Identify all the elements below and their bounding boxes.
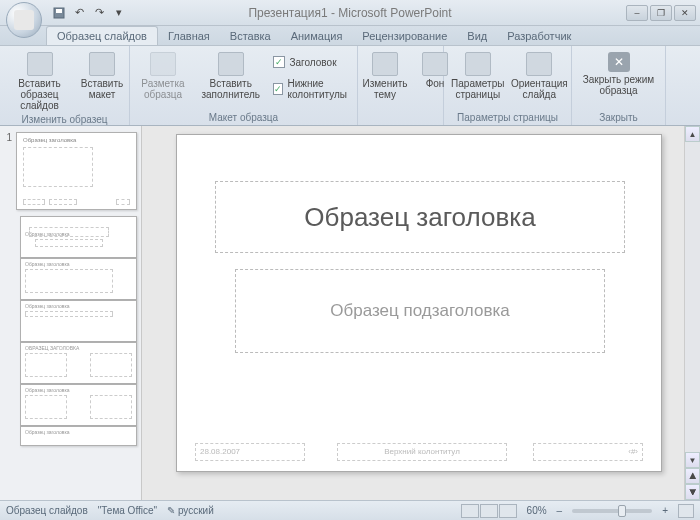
group-label-page-setup: Параметры страницы [448, 111, 567, 125]
redo-button[interactable]: ↷ [90, 4, 108, 22]
layout-thumbnail[interactable]: Образец заголовка [20, 426, 137, 446]
close-icon: ✕ [608, 52, 630, 72]
insert-placeholder-button[interactable]: Вставить заполнитель [196, 50, 266, 102]
minimize-button[interactable]: – [626, 5, 648, 21]
checkbox-checked-icon: ✓ [273, 83, 283, 95]
slideshow-view-button[interactable] [499, 504, 517, 518]
fit-window-button[interactable] [678, 504, 694, 518]
date-placeholder[interactable]: 28.08.2007 [195, 443, 305, 461]
footers-checkbox[interactable]: ✓ Нижние колонтитулы [269, 76, 353, 102]
page-setup-button[interactable]: Параметры страницы [448, 50, 508, 102]
layout-icon [89, 52, 115, 76]
title-placeholder[interactable]: Образец заголовка [215, 181, 625, 253]
sorter-view-button[interactable] [480, 504, 498, 518]
status-bar: Образец слайдов "Тема Office" ✎ русский … [0, 500, 700, 520]
ribbon: Вставить образец слайдов Вставить макет … [0, 46, 700, 126]
footer-placeholder[interactable]: Верхний колонтитул [337, 443, 507, 461]
tab-animation[interactable]: Анимация [281, 27, 353, 45]
quick-access-toolbar: ↶ ↷ ▾ [50, 4, 128, 22]
view-buttons [461, 504, 517, 518]
restore-button[interactable]: ❐ [650, 5, 672, 21]
tab-slide-master[interactable]: Образец слайдов [46, 26, 158, 45]
tab-review[interactable]: Рецензирование [352, 27, 457, 45]
scroll-up-button[interactable]: ▲ [685, 126, 700, 142]
status-theme: "Тема Office" [98, 505, 157, 516]
tab-home[interactable]: Главная [158, 27, 220, 45]
ribbon-tabs: Образец слайдов Главная Вставка Анимация… [0, 26, 700, 46]
office-button[interactable] [6, 2, 42, 38]
master-layout-icon [150, 52, 176, 76]
slidenum-placeholder[interactable]: ‹#› [533, 443, 643, 461]
page-setup-icon [465, 52, 491, 76]
qat-dropdown[interactable]: ▾ [110, 4, 128, 22]
layout-thumbnail[interactable]: Образец заголовка [20, 216, 137, 258]
undo-button[interactable]: ↶ [70, 4, 88, 22]
subtitle-placeholder[interactable]: Образец подзаголовка [235, 269, 605, 353]
slide-master-icon [27, 52, 53, 76]
orientation-icon [526, 52, 552, 76]
title-checkbox[interactable]: ✓ Заголовок [269, 54, 353, 70]
placeholder-icon [218, 52, 244, 76]
insert-slide-master-button[interactable]: Вставить образец слайдов [4, 50, 75, 113]
group-label-edit-master: Изменить образец [4, 113, 125, 127]
tab-insert[interactable]: Вставка [220, 27, 281, 45]
layout-thumbnail[interactable]: Образец заголовка [20, 384, 137, 426]
status-language[interactable]: ✎ русский [167, 505, 214, 516]
svg-rect-1 [56, 9, 62, 13]
slide-canvas[interactable]: Образец заголовка Образец подзаголовка 2… [142, 126, 684, 500]
scroll-down-button[interactable]: ▼ [685, 452, 700, 468]
zoom-slider[interactable] [572, 509, 652, 513]
background-icon [422, 52, 448, 76]
prev-slide-button[interactable]: ⯅ [685, 468, 700, 484]
slide[interactable]: Образец заголовка Образец подзаголовка 2… [176, 134, 662, 472]
next-slide-button[interactable]: ⯆ [685, 484, 700, 500]
thumbnails-panel[interactable]: 1 Образец заголовка Образец заголовка Об… [0, 126, 142, 500]
tab-developer[interactable]: Разработчик [497, 27, 581, 45]
normal-view-button[interactable] [461, 504, 479, 518]
group-label-master-layout: Макет образца [134, 111, 353, 125]
layout-thumbnail[interactable]: ОБРАЗЕЦ ЗАГОЛОВКА [20, 342, 137, 384]
slide-orientation-button[interactable]: Ориентация слайда [512, 50, 567, 102]
status-view-mode: Образец слайдов [6, 505, 88, 516]
scroll-track[interactable] [685, 142, 700, 452]
close-master-view-button[interactable]: ✕ Закрыть режим образца [576, 50, 661, 98]
close-window-button[interactable]: ✕ [674, 5, 696, 21]
zoom-thumb[interactable] [618, 505, 626, 517]
window-title: Презентация1 - Microsoft PowerPoint [248, 6, 451, 20]
zoom-out-button[interactable]: – [557, 505, 563, 516]
zoom-percent[interactable]: 60% [527, 505, 547, 516]
master-thumbnail[interactable]: Образец заголовка [16, 132, 137, 210]
save-button[interactable] [50, 4, 68, 22]
layout-thumbnail[interactable]: Образец заголовка [20, 258, 137, 300]
zoom-in-button[interactable]: + [662, 505, 668, 516]
checkbox-checked-icon: ✓ [273, 56, 285, 68]
vertical-scrollbar[interactable]: ▲ ▼ ⯅ ⯆ [684, 126, 700, 500]
themes-button[interactable]: Изменить тему [362, 50, 408, 102]
master-layout-button: Разметка образца [134, 50, 192, 102]
thumb-number: 1 [4, 132, 12, 143]
group-label-close: Закрыть [576, 111, 661, 125]
layout-thumbnail[interactable]: Образец заголовка [20, 300, 137, 342]
insert-layout-button[interactable]: Вставить макет [79, 50, 125, 102]
tab-view[interactable]: Вид [457, 27, 497, 45]
themes-icon [372, 52, 398, 76]
